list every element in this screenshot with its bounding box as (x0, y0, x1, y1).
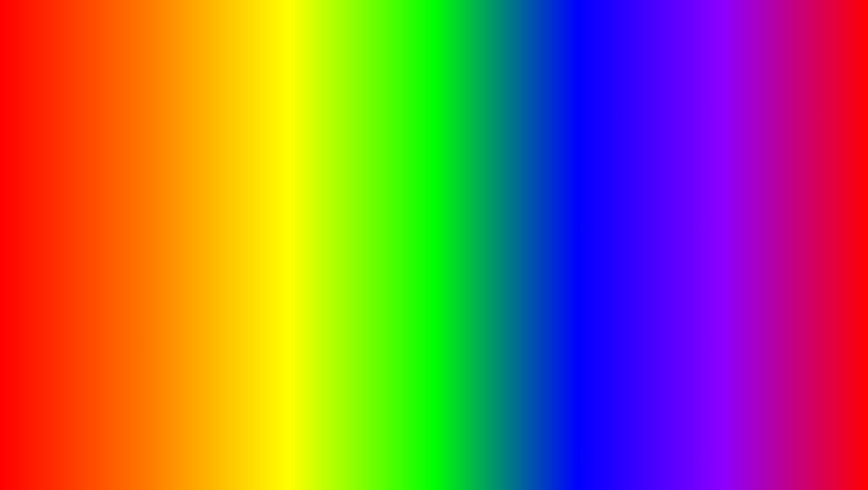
player-arua-section-text: Player Arua (438, 234, 466, 241)
type-mastery-value: Devil Fruit ▲ (582, 169, 612, 175)
farm-selected-label: Farm Selected (98, 195, 133, 201)
sidebar-main-label: Main (391, 167, 403, 173)
type-mastery-chevron: ▲ (608, 169, 612, 174)
blox-logo: BL☠X FRUITS (740, 398, 842, 450)
window-left-titlebar: 🎮 Hirimi Hub X — ✕ (44, 148, 294, 161)
card1-material-label: Material (84, 232, 103, 237)
avatar-circle-right: S (385, 281, 395, 292)
sidebar-left-main-farm[interactable]: 🏠 Main Farm (44, 163, 93, 177)
sidebar-right-shop-label: Shop (394, 254, 407, 260)
sidebar-right-upgrade-weapon[interactable]: ⚙️ Upgrade Weapon (380, 217, 434, 237)
sidebar-right-main-farm-label: Main Farm (394, 194, 420, 200)
choose-method-label: Choose Method To Farm (98, 168, 162, 175)
sidebar-main-farm-label: Main Farm (58, 167, 84, 173)
type-mastery-value-text: Devil Fruit (582, 169, 606, 175)
avatar-initial-right: S (389, 284, 392, 289)
type-mastery-label: Type Mastery Farm (438, 168, 489, 175)
window-left-title-text: Hirimi Hub X (60, 151, 98, 158)
update-number: 20 (290, 422, 342, 472)
sidebar-status-icon: ⊞ (385, 180, 389, 187)
sidebar-weapon-label: Weapon (58, 194, 78, 200)
window-right-sidebar: ◈ Main ⊞ Status Server 🏠 Main Farm 📍 Tel… (380, 161, 434, 297)
window-right-icon: 🎮 (385, 151, 393, 158)
sidebar-v4-label: V4 Upgrade (394, 241, 423, 247)
window-right-content: Type Mastery Farm Devil Fruit ▲ % Health… (434, 161, 617, 297)
avatar-initial-left: S (53, 241, 56, 246)
window-right-controls[interactable]: — ✕ (589, 151, 611, 158)
sidebar-left-weapon[interactable]: ⚔️ Weapon (44, 190, 93, 204)
sidebar-right-home-icon: 🏠 (385, 194, 391, 200)
svg-marker-8 (729, 143, 819, 224)
player-arua-section-label: Player Arua (438, 232, 612, 242)
logo-container: BL☠X FRUITS (740, 398, 842, 450)
selected-toggle[interactable] (282, 231, 290, 238)
material-section-row: Material ··· ▲ (98, 215, 290, 229)
sidebar-weapon-icon: ⚔️ (49, 194, 55, 200)
spam-skill-value: Z ▲ (603, 222, 612, 228)
sidebar-home-icon: 🏠 (49, 167, 55, 173)
sidebar-right-shop[interactable]: 🛒 Shop (380, 250, 434, 264)
window-right-close[interactable]: ✕ (602, 151, 611, 158)
window-left-controls[interactable]: — ✕ (266, 151, 289, 158)
update-label: UPDATE (82, 422, 272, 472)
player-aura-toggle[interactable] (605, 244, 612, 251)
logo-skull-icon: ☠ (788, 396, 813, 426)
window-left-minimize[interactable]: — (266, 151, 276, 158)
sidebar-right-teleport-label: Teleport (394, 207, 413, 214)
mastery-option-checkbox[interactable]: ✓ (604, 208, 612, 216)
sidebar-right-avatar[interactable]: S Sky (380, 277, 434, 295)
sidebar-status-label: Status Server (392, 180, 425, 187)
card2-material-label: Material (166, 232, 185, 237)
weapon-type-value-text: Melee (268, 182, 283, 188)
svg-point-13 (114, 267, 118, 272)
logo-line2: FRUITS (740, 424, 842, 450)
double-toggle[interactable] (282, 206, 290, 213)
item-card-leviathan-heart: Material x1 Leviathan Heart (162, 228, 241, 307)
weapon-type-chevron: ▲ (285, 183, 290, 187)
title-section: BLOX FRUITS (166, 13, 702, 101)
health-label-text: % Health to send skill (438, 181, 490, 187)
sidebar-setting-label: Setting (58, 221, 75, 227)
material-chevron: ··· (279, 219, 283, 225)
sidebar-teleport-label: Teleport (58, 180, 77, 187)
svg-point-14 (121, 267, 125, 272)
sidebar-setting-icon: ⚙️ (49, 221, 55, 227)
sidebar-left-shop[interactable]: 🛒 Shop (44, 204, 93, 217)
choose-method-row: Choose Method To Farm Level ▲ (98, 165, 290, 178)
sidebar-right-teleport[interactable]: 📍 Teleport (380, 204, 434, 217)
choose-method-chevron: ▲ (285, 169, 290, 174)
leviathan-heart-icon (184, 247, 220, 283)
material-value: ··· ▲ (279, 219, 290, 225)
window-left-close[interactable]: ✕ (280, 151, 289, 158)
sidebar-right-main-farm[interactable]: 🏠 Main Farm (380, 190, 434, 204)
sidebar-v4-icon: V4 (385, 241, 391, 247)
card1-name: Monster Magnet (95, 285, 143, 293)
sidebar-left-teleport[interactable]: 📍 Teleport (44, 177, 93, 190)
health-input[interactable] (438, 191, 612, 202)
sidebar-shop-label: Shop (58, 207, 71, 214)
sidebar-right-main[interactable]: ◈ Main (380, 163, 434, 177)
monster-magnet-icon (102, 247, 138, 283)
item-cards-container: Material x1 Monster Magnet Material x1 (80, 228, 241, 307)
window-right-minimize[interactable]: — (589, 151, 599, 158)
bottom-section: UPDATE 20 SCRIPT PASTEBIN (82, 421, 786, 473)
window-right-titlebar: 🎮 Hirimi Hub X — ✕ (380, 148, 617, 161)
sidebar-right-v4[interactable]: V4 V4 Upgrade (380, 237, 434, 250)
update-script: SCRIPT (360, 422, 533, 472)
spam-skill-label: Spam Skill Option (438, 222, 485, 228)
sidebar-upgrade-weapon-label: Upgrade Weapon (394, 221, 429, 233)
farm-selected-toggle[interactable] (282, 194, 290, 201)
player-aura-row: Player Aura (438, 242, 612, 254)
bottom-space2 (345, 422, 358, 472)
material-expand-chevron: ▲ (285, 219, 290, 224)
avatar-name-left: Sky (62, 240, 71, 246)
material-label: Material (98, 218, 119, 225)
sidebar-right-webhook[interactable]: 🔗 Webhook (380, 264, 434, 277)
double-label: Double (98, 206, 115, 213)
title-blox: BLOX (166, 14, 387, 99)
sidebar-right-teleport-icon: 📍 (385, 207, 391, 214)
sidebar-right-shop-icon: 🛒 (385, 254, 391, 260)
sidebar-webhook-icon: 🔗 (385, 267, 391, 274)
mastery-option-label: Mastery Farm Option (438, 209, 493, 216)
sidebar-right-status[interactable]: ⊞ Status Server (380, 177, 434, 190)
